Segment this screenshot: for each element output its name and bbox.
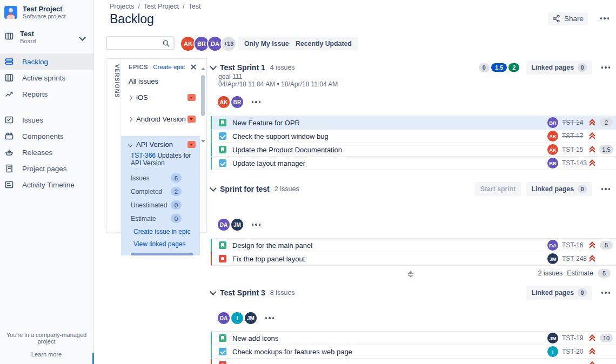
sprint-name[interactable]: Test Sprint 1 xyxy=(220,63,265,72)
sidebar-item-backlog[interactable]: Backlog xyxy=(0,53,93,70)
linked-pages-button[interactable]: Linked pages 0 xyxy=(526,182,592,196)
status-badge-todo: 0 xyxy=(479,63,490,72)
start-sprint-button[interactable]: Start sprint xyxy=(475,182,521,196)
epic-color-dropdown[interactable] xyxy=(188,141,196,148)
estimate-slot: 2 xyxy=(599,118,613,127)
estimate-badge[interactable]: 5 xyxy=(600,241,613,250)
main-content: Projects / Test Project / Test Backlog S… xyxy=(94,0,616,364)
breadcrumb-project[interactable]: Test Project xyxy=(144,3,179,10)
avatar[interactable]: DA xyxy=(218,219,230,231)
create-issue-in-epic-link[interactable]: Create issue in epic xyxy=(133,228,200,235)
issue-row[interactable]: Check mockups for features web page I TS… xyxy=(211,345,616,359)
sprint-name[interactable]: Test Sprint 3 xyxy=(220,288,265,297)
linked-pages-button[interactable]: Linked pages 0 xyxy=(526,60,592,75)
avatar[interactable]: BR xyxy=(547,158,558,168)
issue-row[interactable]: New Feature for OPR BR TST-14 2 xyxy=(211,116,616,130)
linked-pages-count: 0 xyxy=(578,63,587,72)
avatar[interactable]: AK xyxy=(218,96,230,108)
avatar[interactable]: AK xyxy=(547,144,558,155)
issue-row[interactable]: Update layout manager BR TST-143 xyxy=(211,157,616,170)
avatar[interactable]: JM xyxy=(245,312,257,324)
sidebar-item-activity-timeline[interactable]: Activity Timeline xyxy=(0,177,93,193)
sprint-more-button[interactable] xyxy=(599,183,613,196)
avatar[interactable]: I xyxy=(231,312,243,324)
chevron-down-icon[interactable] xyxy=(210,63,217,70)
active-sprints-icon xyxy=(4,73,14,83)
sidebar-item-active-sprints[interactable]: Active sprints xyxy=(0,70,93,86)
linked-pages-button[interactable]: Linked pages 0 xyxy=(526,286,592,300)
issue-title: Update layout manager xyxy=(232,159,305,167)
more-icon xyxy=(601,292,611,294)
sprint-issue-count: 4 issues xyxy=(270,64,295,71)
issue-row[interactable]: New add icons JM TST-19 10 xyxy=(211,332,616,345)
more-icon xyxy=(601,188,611,190)
avatar[interactable]: BR xyxy=(547,117,558,128)
estimate-badge[interactable]: 2 xyxy=(600,118,613,127)
project-header[interactable]: Test Project Software project xyxy=(0,0,93,23)
avatar[interactable]: BR xyxy=(231,96,243,108)
sidebar-item-project-pages[interactable]: Project pages xyxy=(0,160,93,177)
view-linked-pages-link[interactable]: View linked pages xyxy=(133,240,200,248)
epic-stat-estimate: Estimate 0 xyxy=(121,214,200,223)
sprint-more-button[interactable] xyxy=(599,61,613,74)
sidebar-item-reports[interactable]: Reports xyxy=(0,86,93,102)
scroll-down-icon[interactable] xyxy=(201,140,205,143)
avatars-more-button[interactable] xyxy=(249,96,263,109)
issue-key: TST-248 xyxy=(562,255,589,262)
create-epic-link[interactable]: Create epic xyxy=(153,64,185,70)
breadcrumb-projects[interactable]: Projects xyxy=(110,3,134,10)
search-input[interactable] xyxy=(107,39,162,47)
page-more-button[interactable] xyxy=(598,12,612,25)
estimate-badge[interactable]: 10 xyxy=(600,334,613,342)
epic-row-ios[interactable]: iOS xyxy=(121,93,200,102)
recently-updated-button[interactable]: Recently Updated xyxy=(290,37,358,50)
scrollbar-thumb[interactable] xyxy=(201,75,205,116)
avatar[interactable]: JM xyxy=(547,253,558,264)
sidebar-item-issues[interactable]: Issues xyxy=(0,112,93,128)
board-switcher-text: Test Board xyxy=(20,30,36,45)
avatar[interactable]: JM xyxy=(547,333,558,343)
avatars-more-button[interactable] xyxy=(263,312,277,325)
avatar[interactable]: DA xyxy=(547,240,558,251)
close-icon[interactable] xyxy=(190,64,197,70)
avatars-more-button[interactable] xyxy=(249,218,263,231)
share-button[interactable]: Share xyxy=(548,12,588,25)
sidebar-item-components[interactable]: Components xyxy=(0,128,93,144)
sidebar-item-releases[interactable]: Releases xyxy=(0,144,93,160)
issue-row-right: I TST-20 xyxy=(547,346,616,357)
breadcrumb-board[interactable]: Test xyxy=(188,3,200,10)
learn-more-link[interactable]: Learn more xyxy=(0,351,93,358)
issue-row[interactable]: Fix the top panel layout JM TST-248 xyxy=(211,252,616,266)
avatar[interactable]: JM xyxy=(231,219,243,231)
scroll-up-icon[interactable] xyxy=(201,68,205,70)
sprint-name[interactable]: Sprint for test xyxy=(220,185,270,193)
estimate-badge[interactable]: 1.5 xyxy=(599,145,613,154)
epic-issue-key[interactable]: TST-366 xyxy=(131,152,156,159)
issue-row-right: BR TST-143 xyxy=(547,158,616,168)
epic-row-api-version[interactable]: API Version xyxy=(121,140,200,149)
drag-handle-icon[interactable] xyxy=(407,271,414,278)
issue-row[interactable]: Design for the main panel DA TST-16 5 xyxy=(211,239,616,252)
avatar[interactable]: AK xyxy=(547,131,558,141)
epics-scrollbar xyxy=(200,59,206,232)
epic-row-api-version-expanded[interactable]: API Version TST-366 Updates for API Vers… xyxy=(121,136,200,255)
epic-color-dropdown[interactable] xyxy=(188,94,196,101)
epic-all-issues[interactable]: All issues xyxy=(121,77,200,85)
sidebar-item-label: Activity Timeline xyxy=(22,181,75,189)
board-switcher[interactable]: Test Board xyxy=(0,23,93,50)
issue-row[interactable]: Update the Product Documentation AK TST-… xyxy=(211,143,616,157)
sprint-more-button[interactable] xyxy=(599,286,613,299)
versions-tab[interactable]: VERSIONS xyxy=(106,59,121,232)
issue-row-partial[interactable] xyxy=(211,359,616,364)
epic-color-dropdown[interactable] xyxy=(188,116,196,123)
chevron-down-icon[interactable] xyxy=(210,185,217,192)
epic-row-android[interactable]: Android Version xyxy=(121,115,200,123)
avatar-overflow[interactable]: +13 xyxy=(220,36,237,52)
chevron-down-icon[interactable] xyxy=(210,288,217,295)
avatar[interactable]: I xyxy=(547,346,558,357)
epics-header: EPICS Create epic xyxy=(121,64,200,70)
priority-highest-icon xyxy=(589,255,595,262)
avatar[interactable]: DA xyxy=(218,312,230,324)
issue-title: Fix the top panel layout xyxy=(232,255,305,263)
issue-row[interactable]: Check the support window bug AK TST-17 xyxy=(211,130,616,143)
